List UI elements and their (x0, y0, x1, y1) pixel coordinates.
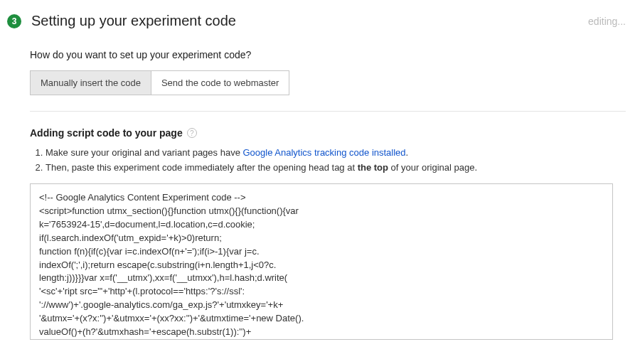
experiment-code-textarea[interactable] (30, 183, 613, 340)
instruction-2-prefix: Then, paste this experiment code immedia… (46, 162, 358, 173)
instruction-1-suffix: . (406, 147, 409, 158)
step-title: Setting up your experiment code (31, 13, 588, 29)
tab-send-webmaster[interactable]: Send the code to webmaster (151, 71, 289, 95)
instruction-2-suffix: of your original page. (388, 162, 477, 173)
step-content: How do you want to set up your experimen… (30, 49, 626, 342)
step-status: editing... (588, 16, 626, 27)
instruction-item-2: Then, paste this experiment code immedia… (46, 161, 626, 175)
setup-question: How do you want to set up your experimen… (30, 49, 626, 60)
instruction-item-1: Make sure your original and variant page… (46, 146, 626, 160)
section-divider (30, 111, 626, 112)
subhead-row: Adding script code to your page ? (30, 127, 626, 139)
setup-method-tabs: Manually insert the code Send the code t… (30, 70, 289, 95)
instruction-1-prefix: Make sure your original and variant page… (46, 147, 243, 158)
subhead-title: Adding script code to your page (30, 127, 183, 139)
instructions-list: Make sure your original and variant page… (46, 146, 626, 175)
step-header: 3 Setting up your experiment code editin… (0, 13, 626, 29)
tab-manual-insert[interactable]: Manually insert the code (31, 71, 151, 95)
step-number-badge: 3 (7, 14, 21, 28)
help-icon[interactable]: ? (187, 128, 197, 138)
tracking-code-link[interactable]: Google Analytics tracking code installed (243, 147, 406, 158)
instruction-2-bold: the top (358, 162, 388, 173)
